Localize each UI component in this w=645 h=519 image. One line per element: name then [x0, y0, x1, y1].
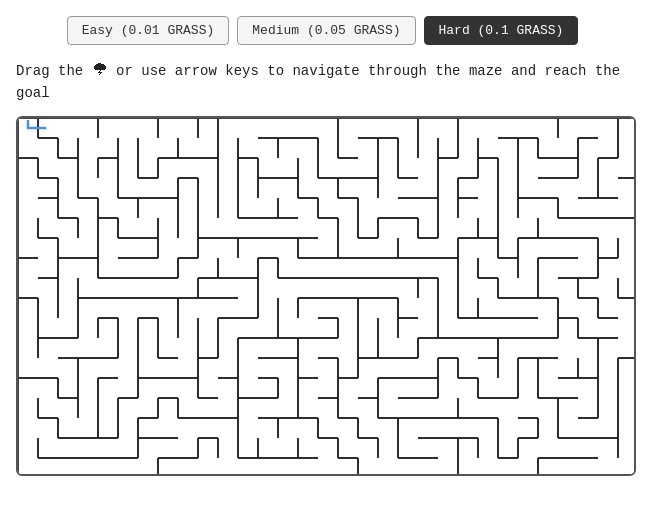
instructions-text: Drag the 🌩 or use arrow keys to navigate… — [16, 59, 629, 104]
maze-canvas[interactable] — [18, 118, 636, 476]
cloud-icon: 🌩 — [92, 59, 108, 83]
hard-button[interactable]: Hard (0.1 GRASS) — [424, 16, 579, 45]
maze-container[interactable] — [16, 116, 636, 476]
difficulty-selector: Easy (0.01 GRASS) Medium (0.05 GRASS) Ha… — [16, 16, 629, 45]
easy-button[interactable]: Easy (0.01 GRASS) — [67, 16, 230, 45]
medium-button[interactable]: Medium (0.05 GRASS) — [237, 16, 415, 45]
